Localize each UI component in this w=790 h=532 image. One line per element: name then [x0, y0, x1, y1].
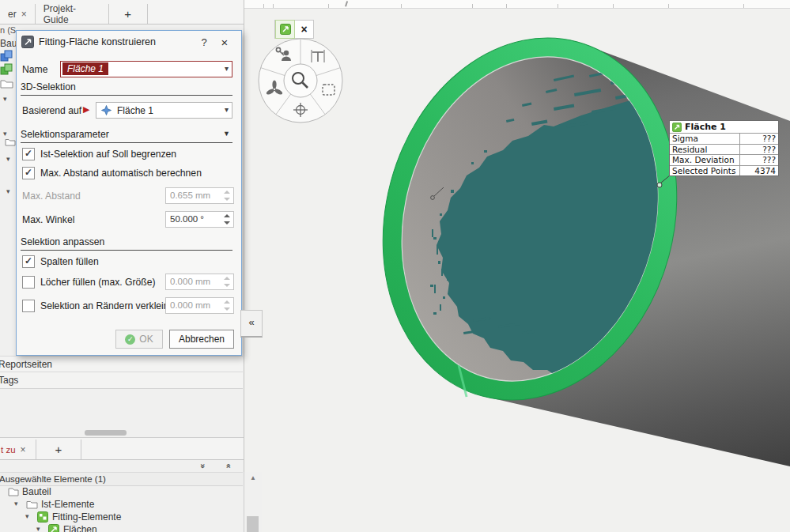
tab-fragment[interactable]: er ×: [0, 4, 36, 24]
new-tab-button[interactable]: +: [109, 4, 148, 24]
info-row: Max. Deviation ???: [670, 154, 778, 165]
based-on-value: Fläche 1: [117, 105, 153, 116]
spinner-arrows-icon: [222, 298, 232, 313]
wheel-hub[interactable]: [284, 64, 317, 97]
tree-expand-icon[interactable]: ▾: [3, 130, 7, 138]
info-row: Selected Points 4374: [670, 165, 778, 176]
element-anchor-marker[interactable]: [657, 183, 662, 187]
close-icon[interactable]: ×: [21, 444, 26, 455]
section-selektionsparameter: Selektionsparameter: [21, 129, 109, 140]
expand-all-down-button[interactable]: »: [195, 461, 210, 471]
info-label: Sigma: [670, 134, 739, 144]
ok-check-icon: ✓: [125, 334, 135, 345]
max-abstand-label: Max. Abstand: [22, 191, 81, 202]
loecher-value: 0.000 mm: [170, 277, 210, 286]
surface-icon: [280, 24, 291, 35]
navigation-wheel[interactable]: [257, 37, 344, 124]
max-winkel-value: 50.000 °: [170, 214, 204, 224]
selected-elements-header[interactable]: Ausgewählte Elemente (1): [0, 472, 243, 486]
tree-row-ist-elemente[interactable]: ▾ Ist-Elemente: [0, 498, 243, 511]
cad-elements-icon-green: [0, 63, 13, 76]
toolbar-tick: [273, 4, 274, 8]
based-on-label: Basierend auf: [22, 105, 81, 116]
tree-expand-icon[interactable]: ▾: [36, 525, 40, 532]
tree-item-label: Flächen: [63, 524, 97, 532]
panel-resize-handle[interactable]: [85, 430, 127, 436]
fitting-surface-dialog: Fitting-Fläche konstruieren ? × Name Flä…: [16, 30, 242, 356]
tree-expand-icon[interactable]: ▾: [6, 155, 10, 163]
max-winkel-label: Max. Winkel: [22, 214, 74, 225]
panel-collapse-button[interactable]: «: [240, 310, 263, 338]
red-arrow-icon[interactable]: ▶: [83, 104, 89, 115]
tab-fragment-red[interactable]: t zu ×: [0, 440, 36, 459]
checkbox-ist-selektion[interactable]: ✓: [22, 148, 35, 160]
3d-viewport[interactable]: ×: [244, 0, 790, 532]
toolbar-tick: [472, 4, 473, 8]
section-divider: [21, 95, 232, 96]
tab-projekt-guide[interactable]: Projekt-Guide: [36, 4, 109, 24]
checkbox-max-abstand-auto[interactable]: ✓: [22, 167, 35, 179]
name-value-selected: Fläche 1: [62, 62, 108, 75]
tree-expand-icon[interactable]: ▾: [3, 95, 7, 103]
checkbox-label[interactable]: Ist-Selektion auf Soll begrenzen: [40, 149, 176, 160]
info-value: 4374: [739, 166, 778, 176]
close-icon[interactable]: ×: [21, 9, 27, 20]
ok-button[interactable]: ✓ OK: [115, 330, 163, 349]
dialog-titlebar[interactable]: Fitting-Fläche konstruieren ? ×: [17, 31, 241, 53]
checkbox-label[interactable]: Max. Abstand automatisch berechnen: [40, 168, 202, 179]
help-button[interactable]: ?: [194, 36, 214, 48]
dropdown-icon[interactable]: ▾: [225, 105, 229, 114]
collapse-all-up-button[interactable]: »: [221, 461, 235, 471]
toolbar-tick: [263, 4, 264, 8]
row-label: Tags: [0, 375, 18, 386]
checkbox-label[interactable]: Löcher füllen (max. Größe): [40, 277, 156, 288]
new-tab-button[interactable]: +: [36, 440, 81, 459]
double-chevron-down-icon: »: [198, 463, 208, 468]
info-row: Residual ???: [670, 144, 778, 155]
spinner-arrows-icon[interactable]: [222, 212, 232, 227]
checkbox-label[interactable]: Spalten füllen: [40, 256, 99, 267]
raender-value: 0.000 mm: [170, 300, 210, 310]
tree-item-label: Fitting-Elemente: [52, 511, 121, 523]
occluded-label-fragment: n (S: [0, 25, 16, 35]
scrollbar-thumb[interactable]: [247, 516, 259, 532]
dialog-close-button[interactable]: ×: [214, 36, 235, 49]
panel-row-reportseiten[interactable]: Reportseiten: [0, 356, 243, 373]
scroll-up-icon[interactable]: ▲: [244, 474, 262, 481]
bottom-tab-bar: t zu × +: [0, 437, 244, 460]
section-collapse-icon[interactable]: ▼: [223, 130, 230, 138]
tree-expand-icon[interactable]: ▾: [6, 187, 10, 195]
close-tool-button[interactable]: ×: [295, 21, 313, 38]
tree-scrollbar[interactable]: ▲: [244, 472, 262, 532]
dialog-icon: [21, 36, 34, 48]
cancel-label: Abbrechen: [179, 334, 225, 345]
folder-icon: [5, 138, 16, 146]
max-winkel-spinner[interactable]: 50.000 °: [165, 211, 234, 228]
tree-expand-icon[interactable]: ▾: [25, 512, 29, 520]
toolbar-tick: [506, 4, 507, 8]
application-window: ×: [0, 0, 790, 532]
name-combobox[interactable]: Fläche 1 ▾: [60, 61, 232, 77]
info-label: Selected Points: [670, 166, 739, 176]
element-info-box[interactable]: Fläche 1 Sigma ??? Residual ??? Max. Dev…: [669, 120, 779, 176]
checkbox-label[interactable]: Selektion an Rändern verkleinern: [40, 300, 183, 311]
part-icon: [8, 486, 19, 496]
based-on-combobox[interactable]: Fläche 1 ▾: [96, 102, 232, 119]
close-icon: ×: [301, 23, 307, 36]
max-abstand-value: 0.655 mm: [170, 191, 210, 200]
tree-row-fitting-elemente[interactable]: ▾ Fitting-Elemente: [0, 511, 243, 523]
toolbar-remnant-glyph: [345, 1, 351, 8]
panel-row-tags[interactable]: Tags: [0, 372, 243, 389]
cad-elements-icon-blue: [0, 50, 13, 62]
surface-tool-button[interactable]: [275, 20, 295, 39]
checkbox-spalten-fuellen[interactable]: ✓: [22, 255, 35, 268]
checkbox-raender-verkleinern[interactable]: [22, 300, 35, 312]
info-value: ???: [739, 145, 778, 155]
info-row: Sigma ???: [670, 133, 778, 144]
tree-expand-icon[interactable]: ▾: [14, 500, 18, 507]
checkbox-loecher-fuellen[interactable]: [22, 276, 35, 289]
tree-row-bauteil[interactable]: Bauteil: [0, 485, 243, 498]
cancel-button[interactable]: Abbrechen: [169, 330, 234, 349]
tree-row-flaechen[interactable]: ▾ Flächen: [0, 523, 243, 532]
dropdown-icon[interactable]: ▾: [225, 64, 229, 73]
